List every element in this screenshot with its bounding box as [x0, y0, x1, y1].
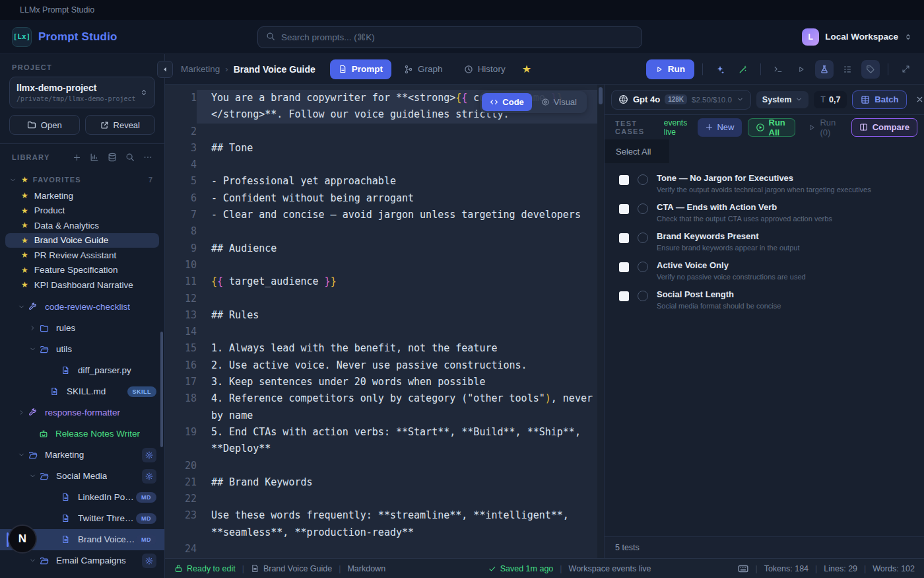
favorite-toggle-star[interactable]: ★ [522, 63, 531, 75]
chevron-down-icon[interactable] [18, 451, 28, 458]
play-outline-icon[interactable] [792, 60, 810, 79]
favorite-item[interactable]: ★PR Review Assistant [5, 248, 159, 263]
editor-line[interactable]: 9## Audience [165, 240, 597, 257]
editor-line[interactable]: 162. Use active voice. Never use passive… [165, 357, 597, 374]
chevron-down-icon[interactable] [29, 472, 40, 480]
editor-line[interactable]: 11{{ target_audience }} [165, 273, 597, 290]
keyboard-icon[interactable] [738, 563, 748, 574]
test-case-status-circle[interactable] [638, 291, 648, 301]
run-all-button[interactable]: Run All [748, 118, 796, 137]
favorite-item[interactable]: ★Data & Analytics [5, 218, 159, 233]
search-library-icon[interactable] [125, 153, 135, 162]
add-icon[interactable] [73, 153, 81, 162]
tree-item[interactable]: LinkedIn Post...MD [0, 487, 164, 508]
test-case-status-circle[interactable] [638, 203, 648, 214]
chart-icon[interactable] [90, 153, 99, 162]
more-options-icon[interactable] [143, 153, 152, 162]
editor-line[interactable]: 4 [165, 157, 597, 173]
tree-item[interactable]: SKILL.mdSKILL [0, 381, 164, 402]
tree-item[interactable]: diff_parser.py [0, 360, 164, 381]
tree-item[interactable]: utils [0, 339, 164, 360]
tree-item[interactable]: Social Media [0, 466, 164, 487]
editor-line[interactable]: 195. End CTAs with action verbs: **Start… [165, 424, 597, 458]
magic-wand-icon[interactable] [734, 60, 752, 79]
favorite-item[interactable]: ★KPI Dashboard Narrative [5, 277, 159, 293]
gear-icon[interactable] [142, 469, 156, 484]
code-mode-button[interactable]: Code [482, 93, 532, 111]
favorites-section-header[interactable]: ★ FAVORITES 7 [0, 168, 164, 188]
editor-line[interactable]: 8 [165, 223, 597, 240]
code-editor[interactable]: Code Visual 1You are a brand copywriter … [165, 85, 604, 558]
editor-line[interactable]: 22 [165, 491, 597, 507]
editor-line[interactable]: 10 [165, 257, 597, 273]
chevron-right-icon[interactable] [29, 324, 40, 332]
workspace-switcher[interactable]: L Local Workspace [802, 28, 912, 46]
favorite-item[interactable]: ★Feature Specification [5, 263, 159, 278]
search-bar[interactable] [257, 26, 642, 48]
test-case-checkbox[interactable] [619, 262, 629, 272]
editor-line[interactable]: 21## Brand Keywords [165, 474, 597, 491]
favorite-item[interactable]: ★Brand Voice Guide [5, 233, 159, 248]
close-panel-icon[interactable] [915, 95, 924, 104]
editor-line[interactable]: 173. Keep sentences under 20 words when … [165, 374, 597, 390]
database-icon[interactable] [108, 153, 117, 162]
gear-icon[interactable] [142, 554, 156, 568]
tree-item[interactable]: response-formatter [0, 402, 164, 423]
favorite-item[interactable]: ★Product [5, 203, 159, 219]
editor-lines[interactable]: 1You are a brand copywriter for **<stron… [165, 85, 597, 558]
flask-icon[interactable] [815, 60, 834, 79]
editor-line[interactable]: 7- Clear and concise — avoid jargon unle… [165, 207, 597, 223]
tree-item[interactable]: Release Notes Writer [0, 423, 164, 445]
tree-list-icon[interactable] [838, 60, 857, 79]
tag-icon[interactable] [861, 60, 880, 79]
sparkles-icon[interactable] [711, 60, 729, 79]
compare-button[interactable]: Compare [851, 118, 917, 137]
select-all-button[interactable]: Select All [605, 139, 669, 163]
tree-item[interactable]: code-review-checklist [0, 297, 164, 318]
editor-line[interactable]: 20 [165, 458, 597, 474]
tree-item[interactable]: Brand Voice Gui...MDN [0, 529, 164, 550]
breadcrumb-parent[interactable]: Marketing [181, 64, 220, 74]
run-selected-button[interactable]: Run (0) [801, 118, 845, 137]
tab-history[interactable]: History [455, 59, 514, 79]
editor-line[interactable]: 13## Rules [165, 307, 597, 324]
chevron-down-icon[interactable] [18, 303, 28, 310]
test-case-row[interactable]: CTA — Ends with Action VerbCheck that th… [605, 201, 924, 225]
editor-line[interactable]: 24 [165, 541, 597, 558]
run-button[interactable]: Run [646, 59, 694, 79]
editor-scrollbar-thumb[interactable] [599, 87, 603, 104]
test-case-checkbox[interactable] [619, 291, 629, 301]
test-case-checkbox[interactable] [619, 204, 629, 214]
batch-button[interactable]: Batch [852, 90, 907, 109]
editor-line[interactable]: 151. Always lead with the benefit, not t… [165, 340, 597, 357]
test-case-row[interactable]: Active Voice OnlyVerify no passive voice… [605, 259, 924, 283]
editor-line[interactable]: 14 [165, 324, 597, 340]
test-case-status-circle[interactable] [638, 233, 648, 243]
editor-scrollbar[interactable] [597, 85, 604, 558]
editor-line[interactable]: 23Use these words frequently: **streamli… [165, 507, 597, 541]
editor-line[interactable]: 12 [165, 291, 597, 307]
search-input[interactable] [281, 32, 634, 42]
new-test-button[interactable]: New [698, 118, 741, 137]
gear-icon[interactable] [142, 448, 156, 462]
chevron-down-icon[interactable] [29, 557, 40, 564]
tree-item[interactable]: rules [0, 318, 164, 339]
chevron-right-icon[interactable] [18, 409, 28, 416]
tree-item[interactable]: Marketing [0, 445, 164, 466]
open-project-button[interactable]: Open [9, 115, 80, 135]
expand-icon[interactable] [896, 60, 915, 79]
visual-mode-button[interactable]: Visual [533, 93, 585, 111]
test-case-checkbox[interactable] [619, 175, 629, 185]
test-case-row[interactable]: Social Post LengthSocial media format sh… [605, 288, 924, 312]
test-case-row[interactable]: Tone — No Jargon for ExecutivesVerify th… [605, 172, 924, 196]
model-selector[interactable]: Gpt 4o 128K $2.50/$10.0 [611, 90, 751, 110]
test-case-checkbox[interactable] [619, 233, 629, 243]
reveal-project-button[interactable]: Reveal [85, 115, 156, 135]
test-case-row[interactable]: Brand Keywords PresentEnsure brand keywo… [605, 230, 924, 254]
editor-line[interactable]: 184. Reference competitors only by categ… [165, 390, 597, 424]
editor-line[interactable]: 6- Confident without being arrogant [165, 190, 597, 207]
test-case-status-circle[interactable] [638, 262, 648, 272]
favorite-item[interactable]: ★Marketing [5, 188, 159, 203]
editor-line[interactable]: 2 [165, 124, 597, 140]
project-selector[interactable]: llmx-demo-project /private/tmp/llmx-demo… [9, 77, 155, 108]
